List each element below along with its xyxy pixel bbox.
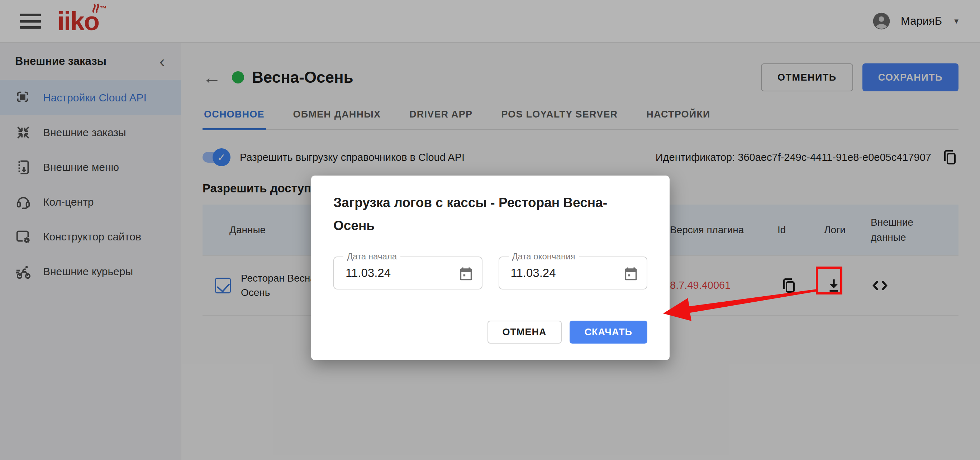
dialog-download-button[interactable]: СКАЧАТЬ: [570, 320, 648, 344]
end-date-label: Дата окончания: [509, 252, 579, 262]
dialog-title: Загрузка логов с кассы - Ресторан Весна-…: [333, 191, 648, 237]
calendar-icon[interactable]: [623, 266, 639, 282]
app-root: iiko ™ МарияБ ▼ Внешние заказы ‹ Настрой…: [0, 0, 980, 460]
download-logs-dialog: Загрузка логов с кассы - Ресторан Весна-…: [311, 176, 670, 360]
start-date-label: Дата начала: [344, 252, 400, 262]
end-date-field[interactable]: Дата окончания 11.03.24: [499, 257, 648, 289]
calendar-icon[interactable]: [458, 266, 474, 282]
start-date-field[interactable]: Дата начала 11.03.24: [333, 257, 482, 289]
dialog-cancel-button[interactable]: ОТМЕНА: [487, 320, 562, 344]
annotation-arrow: [656, 279, 824, 322]
